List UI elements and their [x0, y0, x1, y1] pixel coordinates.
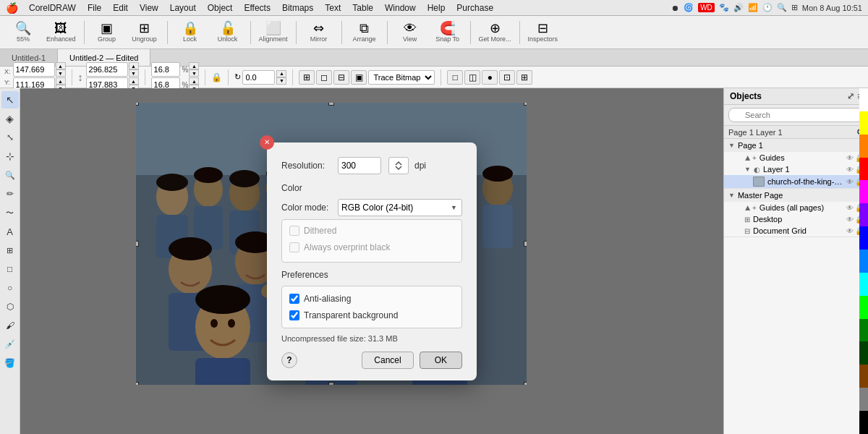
color-white[interactable] [859, 88, 868, 111]
tool-poly[interactable]: ⬡ [1, 298, 19, 315]
color-purple[interactable] [859, 203, 868, 226]
tool-table-tool[interactable]: ⊞ [1, 242, 19, 259]
menu-window[interactable]: Window [380, 2, 421, 14]
objects-panel-icon1[interactable]: ⤢ [847, 91, 854, 101]
rotation-up[interactable]: ▲ [276, 70, 286, 77]
icon-btn-4[interactable]: ⊡ [499, 70, 515, 85]
tool-fill[interactable]: 🪣 [1, 354, 19, 372]
w-input[interactable] [86, 62, 128, 77]
tool-eyedrop[interactable]: 💉 [1, 336, 19, 353]
trace-btn-1[interactable]: ⊞ [299, 70, 315, 85]
dialog-close-button[interactable]: ✕ [260, 135, 274, 150]
snap-to-control[interactable]: 🧲 Snap To [430, 20, 465, 44]
lock-ratio-icon[interactable]: 🔒 [211, 72, 222, 82]
menu-help[interactable]: Help [422, 2, 451, 14]
tool-zoom-tool[interactable]: 🔍 [1, 166, 19, 184]
y-spin-up[interactable]: ▲ [56, 77, 66, 85]
menu-table[interactable]: Table [347, 2, 378, 14]
guides-all-row[interactable]: ▶ + Guides (all pages) 👁 🔒 [724, 202, 868, 213]
trace-btn-3[interactable]: ⊟ [333, 70, 349, 85]
trace-bitmap-select[interactable]: Trace Bitmap [368, 70, 435, 85]
layer1-row[interactable]: ▼ ◐ Layer 1 👁 🔒 [724, 163, 868, 175]
overprint-checkbox[interactable] [289, 242, 299, 252]
page1-header[interactable]: ▼ Page 1 [724, 139, 868, 152]
color-blue[interactable] [859, 226, 868, 250]
guides-row[interactable]: ▶ + Guides 👁 🔒 [724, 152, 868, 163]
search-input[interactable] [728, 108, 864, 122]
layer1-eye-icon[interactable]: 👁 [846, 166, 854, 174]
menu-layout[interactable]: Layout [165, 2, 201, 14]
menu-bitmaps[interactable]: Bitmaps [277, 2, 318, 14]
dithered-checkbox[interactable] [289, 226, 299, 236]
tool-bezier[interactable]: 〜 [1, 204, 19, 221]
tool-ellipse[interactable]: ○ [1, 279, 19, 297]
guides-eye-icon[interactable]: 👁 [846, 154, 854, 162]
alignment-control[interactable]: ⬜ Alignment [256, 20, 291, 44]
w-spin-down[interactable]: ▼ [129, 69, 139, 77]
color-red[interactable] [859, 158, 868, 181]
scale-w-down[interactable]: ▼ [189, 69, 199, 77]
zoom-control[interactable]: 🔍 55% [6, 20, 41, 44]
color-light-blue[interactable] [859, 250, 868, 273]
color-forest-green[interactable] [859, 341, 868, 365]
resolution-stepper[interactable] [388, 157, 409, 174]
menu-purchase[interactable]: Purchase [451, 2, 498, 14]
menu-view[interactable]: View [135, 2, 163, 14]
trace-btn-4[interactable]: ▣ [351, 70, 367, 85]
color-black[interactable] [859, 411, 868, 434]
color-dark-green[interactable] [859, 319, 868, 342]
icon-btn-3[interactable]: ● [482, 70, 498, 85]
icon-btn-5[interactable]: ⊞ [516, 70, 532, 85]
lock-control[interactable]: 🔒 Lock [173, 20, 208, 44]
color-mode-dropdown[interactable]: RGB Color (24-bit) ▼ [338, 199, 462, 216]
h-spin-up[interactable]: ▲ [129, 77, 139, 85]
transparent-bg-checkbox[interactable] [289, 310, 299, 320]
tool-rect[interactable]: □ [1, 260, 19, 278]
mirror-control[interactable]: ⇔ Mirror [302, 20, 336, 44]
trace-btn-2[interactable]: ◻ [316, 70, 332, 85]
rotation-input[interactable] [242, 70, 275, 85]
menu-file[interactable]: File [82, 2, 106, 14]
color-cyan[interactable] [859, 273, 868, 296]
color-gray[interactable] [859, 388, 868, 411]
menu-object[interactable]: Object [203, 2, 238, 14]
tool-select[interactable]: ↖ [1, 91, 19, 109]
view-control[interactable]: 👁 View [393, 20, 427, 44]
group-control[interactable]: ▣ Group [90, 20, 124, 44]
tool-paint[interactable]: 🖌 [1, 317, 19, 334]
tool-freehand[interactable]: ✏ [1, 185, 19, 203]
tool-transform[interactable]: ⤡ [1, 129, 19, 146]
tool-crop[interactable]: ⊹ [1, 148, 19, 165]
apple-menu[interactable]: 🍎 [6, 2, 18, 14]
tool-node[interactable]: ◈ [1, 110, 19, 127]
view-modes-control[interactable]: 🖼 Enhanced [43, 20, 79, 44]
get-more-control[interactable]: ⊕ Get More... [476, 20, 514, 44]
rotation-down[interactable]: ▼ [276, 77, 286, 85]
help-button[interactable]: ? [281, 352, 297, 368]
anti-aliasing-checkbox[interactable] [289, 294, 299, 304]
color-green[interactable] [859, 296, 868, 319]
control-center-icon[interactable]: ⊞ [791, 3, 798, 12]
arrange-control[interactable]: ⧉ Arrange [347, 20, 382, 44]
x-spin-down[interactable]: ▼ [56, 69, 66, 77]
cancel-button[interactable]: Cancel [362, 352, 413, 369]
menu-edit[interactable]: Edit [108, 2, 133, 14]
scale-w-input[interactable] [151, 62, 180, 77]
menu-text[interactable]: Text [320, 2, 346, 14]
doc-grid-row[interactable]: ⊟ Document Grid 👁 🔒 [724, 225, 868, 237]
icon-btn-2[interactable]: ◫ [464, 70, 480, 85]
x-spin-up[interactable]: ▲ [56, 62, 66, 69]
tool-text[interactable]: A [1, 223, 19, 240]
scale-h-up[interactable]: ▲ [189, 77, 199, 85]
doc-grid-eye-icon[interactable]: 👁 [846, 227, 854, 235]
scale-w-up[interactable]: ▲ [189, 62, 199, 69]
resolution-input[interactable] [338, 157, 381, 174]
master-page-header[interactable]: ▼ Master Page [724, 189, 868, 202]
desktop-row[interactable]: ⊞ Desktop 👁 🔒 [724, 213, 868, 225]
color-brown[interactable] [859, 365, 868, 388]
ok-button[interactable]: OK [420, 352, 462, 369]
unlock-control[interactable]: 🔓 Unlock [210, 20, 245, 44]
ungroup-control[interactable]: ⊞ Ungroup [127, 20, 162, 44]
image-item-row[interactable]: church-of-the-king-j9jZSqfH5... 👁 🔒 [724, 175, 868, 188]
menu-effects[interactable]: Effects [239, 2, 275, 14]
